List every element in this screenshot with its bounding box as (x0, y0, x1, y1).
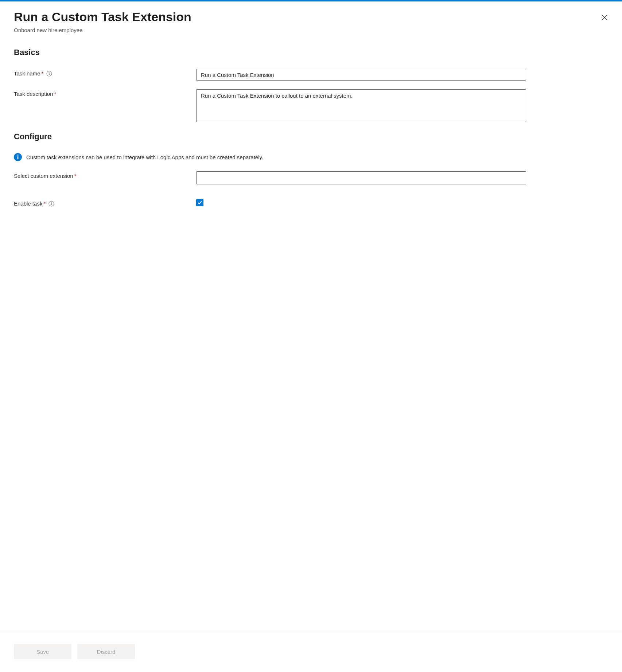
task-description-label-text: Task description (14, 91, 53, 97)
task-name-label-text: Task name (14, 70, 40, 77)
select-extension-input-col (196, 171, 526, 184)
enable-task-info-icon[interactable] (48, 201, 54, 207)
task-extension-panel: Run a Custom Task Extension Onboard new … (0, 0, 622, 632)
configure-heading: Configure (14, 132, 608, 141)
basics-heading: Basics (14, 48, 608, 57)
panel-subtitle: Onboard new hire employee (14, 27, 599, 33)
task-name-input[interactable] (196, 69, 526, 81)
select-extension-row: Select custom extension * (14, 171, 608, 184)
configure-info-message: Custom task extensions can be used to in… (14, 153, 608, 161)
svg-rect-6 (18, 156, 19, 159)
close-icon (601, 14, 608, 21)
enable-task-row: Enable task * (14, 199, 608, 207)
required-indicator: * (74, 173, 77, 179)
info-filled-icon (14, 153, 22, 161)
enable-task-label-text: Enable task (14, 200, 42, 207)
task-name-label: Task name * (14, 69, 196, 77)
task-name-info-icon[interactable] (46, 71, 52, 77)
panel-header: Run a Custom Task Extension Onboard new … (14, 9, 608, 33)
enable-task-input-col (196, 199, 526, 206)
info-icon (46, 71, 52, 77)
task-description-input[interactable] (196, 89, 526, 122)
svg-point-4 (49, 72, 50, 73)
checkmark-icon (197, 200, 202, 205)
svg-point-10 (51, 202, 52, 203)
required-indicator: * (54, 91, 57, 97)
top-accent-border (0, 0, 622, 1)
enable-task-label: Enable task * (14, 199, 196, 207)
required-indicator: * (43, 200, 46, 207)
panel-footer: Save Discard (0, 632, 622, 672)
panel-title-block: Run a Custom Task Extension Onboard new … (14, 9, 599, 33)
panel-title: Run a Custom Task Extension (14, 9, 599, 25)
task-description-row: Task description * (14, 89, 608, 123)
select-extension-label-text: Select custom extension (14, 173, 73, 179)
task-description-input-col (196, 89, 526, 123)
info-icon (48, 201, 54, 207)
select-extension-label: Select custom extension * (14, 171, 196, 179)
discard-button[interactable]: Discard (77, 644, 135, 659)
close-button[interactable] (599, 12, 610, 23)
save-button[interactable]: Save (14, 644, 71, 659)
required-indicator: * (42, 70, 44, 77)
task-description-label: Task description * (14, 89, 196, 97)
configure-info-text: Custom task extensions can be used to in… (26, 154, 263, 160)
enable-task-checkbox[interactable] (196, 199, 203, 206)
select-extension-input[interactable] (196, 171, 526, 184)
svg-point-7 (17, 155, 18, 156)
task-name-input-col (196, 69, 526, 81)
task-name-row: Task name * (14, 69, 608, 81)
